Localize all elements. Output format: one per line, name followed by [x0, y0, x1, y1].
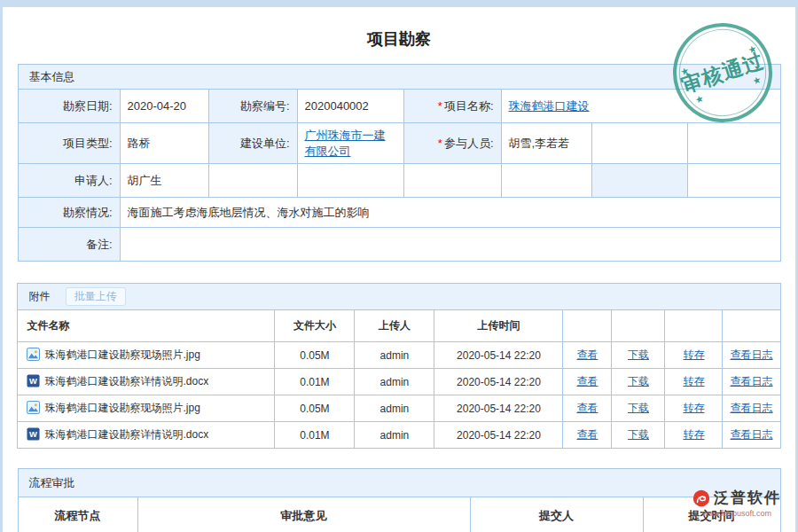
applicant-label: 申请人: [18, 164, 120, 198]
empty-cell [297, 164, 403, 198]
required-mark: * [438, 99, 442, 113]
approval-table: 流程审批 流程节点 审批意见 提交人 提交时间 [18, 468, 781, 532]
file-row: W 珠海鹤港口建设勘察详情说明.docx 0.01M admin 2020-05… [18, 369, 780, 395]
empty-label-cell [591, 164, 687, 198]
col-header-approval-opinion: 审批意见 [137, 497, 470, 532]
project-type-value: 路桥 [120, 123, 208, 164]
participants-label: *参与人员: [403, 123, 501, 164]
col-header-empty [665, 310, 723, 342]
file-uploader: admin [355, 342, 434, 369]
file-uploader: admin [355, 369, 434, 395]
col-header-empty [723, 310, 780, 342]
project-name-link[interactable]: 珠海鹤港口建设 [509, 99, 590, 113]
build-unit-link[interactable]: 广州珠海市一建有限公司 [305, 129, 386, 158]
view-link[interactable]: 查看 [576, 348, 598, 361]
view-link[interactable]: 查看 [576, 428, 598, 441]
applicant-value: 胡广生 [120, 164, 208, 198]
empty-cell [403, 164, 501, 198]
participants-label-text: 参与人员: [444, 137, 494, 150]
form-page: 项目勘察 ★ ★ ★ ★ 审核通过 基本信息 勘察日期: 2020-04-20 … [3, 7, 795, 532]
save-as-link[interactable]: 转存 [683, 402, 704, 414]
col-header-uploader: 上传人 [355, 310, 434, 342]
save-as-link[interactable]: 转存 [683, 428, 704, 441]
attachments-table: 附件 批量上传 文件名称 文件大小 上传人 上传时间 珠海鹤港口建设勘察现场照片… [17, 283, 780, 449]
save-as-link[interactable]: 转存 [683, 375, 704, 387]
survey-date-label: 勘察日期: [18, 90, 120, 123]
col-header-submitter: 提交人 [470, 497, 643, 532]
remark-value [120, 228, 780, 262]
file-upload-time: 2020-05-14 22:20 [434, 342, 563, 369]
file-size: 0.05M [275, 342, 355, 369]
file-upload-time: 2020-05-14 22:20 [434, 369, 563, 395]
view-log-link[interactable]: 查看日志 [731, 428, 773, 441]
file-row: 珠海鹤港口建设勘察现场照片.jpg 0.05M admin 2020-05-14… [18, 395, 780, 422]
required-mark: * [438, 137, 442, 150]
file-uploader: admin [355, 422, 434, 449]
file-name-cell: 珠海鹤港口建设勘察现场照片.jpg [18, 395, 275, 422]
svg-text:W: W [30, 377, 38, 386]
file-name-cell: W 珠海鹤港口建设勘察详情说明.docx [18, 422, 275, 449]
view-log-link[interactable]: 查看日志 [731, 375, 773, 387]
download-link[interactable]: 下载 [628, 348, 649, 361]
survey-detail-label: 勘察情况: [18, 198, 120, 228]
view-link[interactable]: 查看 [576, 402, 598, 414]
view-log-link[interactable]: 查看日志 [731, 348, 773, 361]
download-link[interactable]: 下载 [628, 402, 649, 414]
build-unit-cell: 广州珠海市一建有限公司 [297, 123, 403, 164]
file-uploader: admin [355, 395, 434, 422]
brand-url: www.fanpusoft.com [692, 509, 781, 518]
attachments-header-row: 附件 批量上传 [18, 284, 780, 310]
empty-cell [687, 164, 780, 198]
file-upload-time: 2020-05-14 22:20 [434, 395, 563, 422]
download-link[interactable]: 下载 [628, 375, 649, 387]
file-name: 珠海鹤港口建设勘察现场照片.jpg [44, 402, 200, 414]
file-name: 珠海鹤港口建设勘察详情说明.docx [44, 428, 208, 441]
file-upload-time: 2020-05-14 22:20 [434, 422, 563, 449]
survey-no-value: 2020040002 [297, 90, 403, 123]
participants-value: 胡雪,李若若 [501, 123, 591, 164]
batch-upload-button[interactable]: 批量上传 [66, 287, 126, 306]
survey-detail-value: 海面施工考虑海底地层情况、海水对施工的影响 [120, 198, 780, 228]
col-header-file-size: 文件大小 [275, 310, 355, 342]
col-header-flow-node: 流程节点 [18, 497, 137, 532]
project-type-label: 项目类型: [18, 123, 120, 164]
survey-no-label: 勘察编号: [208, 90, 297, 123]
file-row: 珠海鹤港口建设勘察现场照片.jpg 0.05M admin 2020-05-14… [18, 342, 780, 369]
file-name: 珠海鹤港口建设勘察现场照片.jpg [44, 348, 200, 361]
word-file-icon: W [27, 427, 40, 443]
file-size: 0.05M [275, 395, 355, 422]
image-file-icon [27, 348, 40, 364]
vendor-logo: 泛普软件 www.fanpusoft.com [692, 488, 781, 518]
col-header-file-name: 文件名称 [18, 310, 275, 342]
view-link[interactable]: 查看 [576, 375, 598, 387]
download-link[interactable]: 下载 [628, 428, 649, 441]
survey-date-value: 2020-04-20 [120, 90, 208, 123]
file-name-cell: W 珠海鹤港口建设勘察详情说明.docx [18, 369, 275, 395]
empty-cell [208, 164, 297, 198]
word-file-icon: W [27, 374, 40, 390]
file-size: 0.01M [275, 422, 355, 449]
basic-info-table: 基本信息 勘察日期: 2020-04-20 勘察编号: 2020040002 *… [18, 64, 781, 262]
image-file-icon [27, 401, 40, 417]
build-unit-label: 建设单位: [208, 123, 297, 164]
remark-label: 备注: [18, 228, 120, 262]
empty-cell [501, 164, 591, 198]
brand-name: 泛普软件 [714, 488, 781, 508]
section-title-approval: 流程审批 [18, 469, 780, 497]
file-row: W 珠海鹤港口建设勘察详情说明.docx 0.01M admin 2020-05… [18, 422, 780, 449]
save-as-link[interactable]: 转存 [683, 348, 704, 361]
project-name-label-text: 项目名称: [444, 99, 494, 113]
svg-text:W: W [30, 430, 38, 439]
view-log-link[interactable]: 查看日志 [731, 402, 773, 414]
empty-cell [591, 123, 687, 164]
empty-cell [687, 123, 780, 164]
file-name: 珠海鹤港口建设勘察详情说明.docx [44, 375, 208, 387]
file-size: 0.01M [275, 369, 355, 395]
file-name-cell: 珠海鹤港口建设勘察现场照片.jpg [18, 342, 275, 369]
section-title-basic-info: 基本信息 [18, 65, 780, 90]
col-header-empty [563, 310, 612, 342]
col-header-empty [612, 310, 665, 342]
section-title-attachments: 附件 [28, 290, 50, 302]
fanpu-logo-icon [692, 489, 710, 507]
col-header-upload-time: 上传时间 [434, 310, 563, 342]
